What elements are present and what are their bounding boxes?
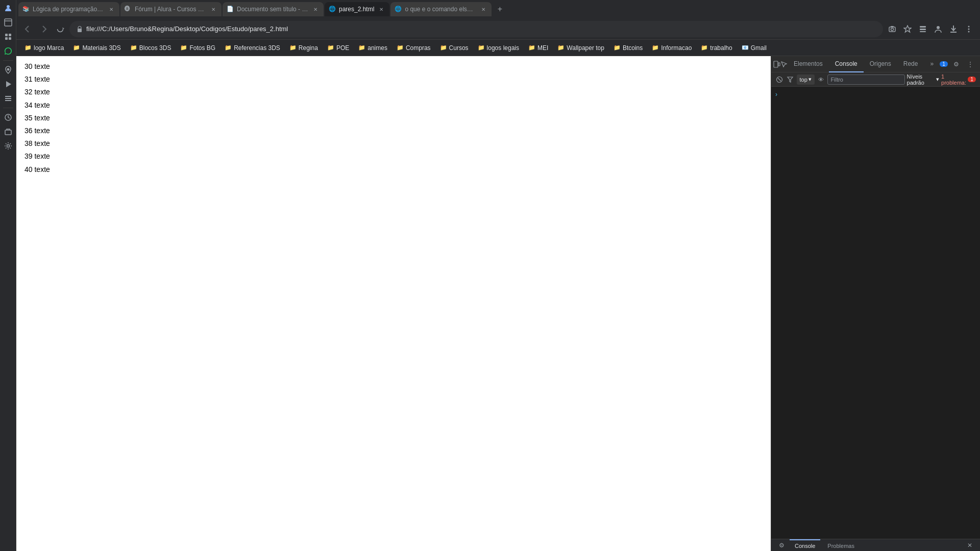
new-tab-button[interactable]: + (493, 2, 507, 16)
settings-icon[interactable] (2, 140, 14, 152)
tab-origens[interactable]: Origens (864, 56, 897, 72)
favorites-icon[interactable] (900, 22, 915, 36)
tab-favicon-else: 🌐 (395, 6, 402, 13)
nav-bar: file:///C:/Users/Bruno&Regina/Desktop/Co… (16, 18, 980, 40)
location-icon[interactable] (2, 64, 14, 76)
tab-close-documento[interactable]: ✕ (311, 5, 320, 13)
bookmark-blocos-3ds[interactable]: 📁 Blocos 3DS (126, 42, 176, 54)
bookmark-animes[interactable]: 📁 animes (354, 42, 391, 54)
tab-else[interactable]: 🌐 o que e o comando else e... ✕ (390, 2, 492, 16)
bottom-settings-icon[interactable]: ⚙ (775, 539, 788, 552)
devtools-toggle-icon[interactable] (773, 58, 780, 70)
bookmark-cursos[interactable]: 📁 Cursos (436, 42, 473, 54)
console-filter-input[interactable] (827, 74, 905, 85)
context-dropdown-arrow: ▾ (808, 76, 812, 83)
bookmark-label-fotos: Fotos BG (189, 44, 215, 52)
extensions-icon[interactable] (2, 31, 14, 43)
bookmark-label-logo: logo Marca (34, 44, 64, 52)
bookmark-btcoins[interactable]: 📁 Btcoins (609, 42, 647, 54)
bookmark-trabalho[interactable]: 📁 trabalho (697, 42, 736, 54)
bookmark-mei[interactable]: 📁 MEI (524, 42, 552, 54)
tab-elementos[interactable]: Elementos (788, 56, 829, 72)
devtools-inspect-icon[interactable] (780, 58, 788, 70)
browser-icon[interactable] (2, 16, 14, 29)
tab-alura[interactable]: 🅐 Fórum | Alura - Cursos oni... ✕ (120, 2, 222, 16)
folder-icon-ref: 📁 (225, 44, 232, 51)
browser-main: 📚 Lógica de programação b... ✕ 🅐 Fórum |… (16, 0, 980, 551)
tab-console[interactable]: Console (829, 56, 864, 72)
bookmark-logos-legais[interactable]: 📁 logos legais (474, 42, 523, 54)
tab-label-logica: Lógica de programação b... (33, 6, 104, 13)
bookmark-regina[interactable]: 📁 Regina (285, 42, 322, 54)
whatsapp-icon[interactable] (2, 45, 14, 57)
box-icon[interactable] (2, 126, 14, 138)
tab-close-pares[interactable]: ✕ (377, 5, 385, 13)
forward-button[interactable] (37, 22, 51, 36)
collections-icon[interactable] (916, 22, 930, 36)
webpage-line-6: 38 texte (24, 137, 763, 150)
bookmark-fotos-bg[interactable]: 📁 Fotos BG (176, 42, 219, 54)
tab-close-else[interactable]: ✕ (479, 5, 487, 13)
tab-rede[interactable]: Rede (897, 56, 924, 72)
webpage-line-3: 34 texte (24, 99, 763, 112)
svg-rect-9 (5, 96, 11, 97)
svg-rect-4 (9, 34, 11, 36)
folder-icon-wallpaper: 📁 (557, 44, 565, 51)
profile-icon[interactable] (2, 2, 14, 14)
devtools-settings-icon[interactable]: ⚙ (950, 58, 962, 70)
tab-logica[interactable]: 📚 Lógica de programação b... ✕ (18, 2, 119, 16)
tab-favicon-pares: 🌐 (329, 6, 336, 13)
bookmark-wallpaper-top[interactable]: 📁 Wallpaper top (553, 42, 608, 54)
back-button[interactable] (20, 22, 35, 36)
svg-rect-5 (5, 37, 8, 40)
bookmark-label-regina: Regina (299, 44, 318, 52)
webpage-line-2: 32 texte (24, 86, 763, 98)
tab-pares[interactable]: 🌐 pares_2.html ✕ (325, 2, 389, 16)
webpage-content[interactable]: 30 texte 31 texte 32 texte 34 texte 35 t… (16, 56, 771, 551)
console-levels-label: Níveis padrão (907, 73, 936, 86)
bookmark-informacao[interactable]: 📁 Informacao (648, 42, 696, 54)
settings-menu-icon[interactable] (962, 22, 976, 36)
bookmark-label-compras: Compras (406, 44, 431, 52)
bottom-close-icon[interactable]: ✕ (964, 539, 976, 552)
devtools-badge: 1 (940, 61, 948, 67)
context-dropdown[interactable]: top ▾ (797, 74, 815, 85)
svg-rect-6 (9, 37, 11, 40)
reload-button[interactable] (53, 22, 67, 36)
profile-menu-icon[interactable] (931, 22, 945, 36)
bookmark-logo-marca[interactable]: 📁 logo Marca (20, 42, 68, 54)
bookmark-poe[interactable]: 📁 POE (323, 42, 353, 54)
clear-console-icon[interactable] (775, 74, 784, 85)
bookmark-referencias-3ds[interactable]: 📁 Referencias 3DS (220, 42, 284, 54)
bookmark-compras[interactable]: 📁 Compras (393, 42, 435, 54)
play-icon[interactable] (2, 78, 14, 90)
svg-rect-18 (891, 26, 894, 27)
clock-icon[interactable] (2, 111, 14, 123)
list-icon[interactable] (2, 92, 14, 105)
download-icon[interactable] (946, 22, 961, 36)
console-levels-dropdown[interactable]: Níveis padrão ▾ (907, 73, 940, 86)
bottom-tab-problemas[interactable]: Problemas (822, 539, 860, 552)
camera-icon[interactable] (885, 22, 899, 36)
webpage-line-5: 36 texte (24, 124, 763, 137)
devtools-bottom-bar: ⚙ Console Problemas ✕ (771, 539, 980, 551)
svg-point-0 (7, 5, 10, 8)
bottom-tab-console[interactable]: Console (790, 539, 820, 552)
console-prompt-symbol: › (775, 91, 777, 98)
console-content[interactable]: › (771, 87, 980, 539)
bookmark-gmail[interactable]: 📧 Gmail (738, 42, 771, 54)
tab-documento[interactable]: 📄 Documento sem título - D... ✕ (223, 2, 324, 16)
eye-icon[interactable]: 👁 (817, 74, 825, 85)
console-filter-icon[interactable] (786, 74, 795, 85)
address-bar[interactable]: file:///C:/Users/Bruno&Regina/Desktop/Co… (69, 21, 883, 37)
content-area: 30 texte 31 texte 32 texte 34 texte 35 t… (16, 56, 980, 551)
tab-close-logica[interactable]: ✕ (107, 5, 115, 13)
bookmark-materiais-3ds[interactable]: 📁 Materiais 3DS (69, 42, 125, 54)
tab-close-alura[interactable]: ✕ (209, 5, 217, 13)
bookmark-label-animes: animes (368, 44, 387, 52)
problems-count: 1 problema: 1 (941, 73, 976, 86)
tab-more[interactable]: » (924, 56, 940, 72)
devtools-more-icon[interactable]: ⋮ (964, 58, 976, 70)
svg-point-17 (891, 28, 894, 31)
webpage-line-7: 39 texte (24, 150, 763, 163)
